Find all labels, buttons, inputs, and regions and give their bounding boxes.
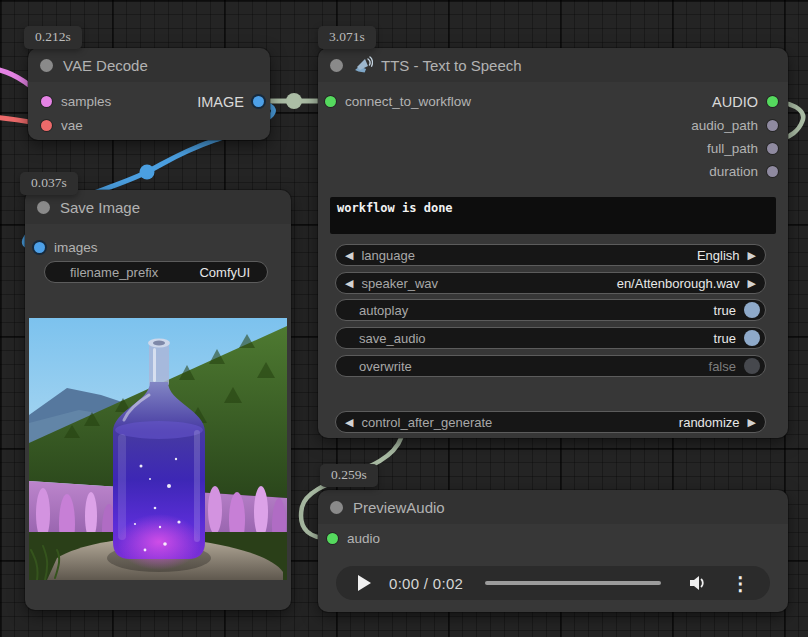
slot-label: duration — [709, 164, 758, 179]
widget-value: true — [714, 331, 736, 346]
toggle-off-icon[interactable] — [744, 358, 760, 374]
link-midpoint-dot[interactable] — [286, 93, 302, 109]
audio-time: 0:00 / 0:02 — [389, 575, 463, 592]
widget-label: speaker_wav — [361, 276, 600, 291]
volume-icon[interactable] — [687, 573, 707, 593]
input-slot-vae: vae — [28, 115, 270, 136]
slot-label: audio_path — [691, 118, 758, 133]
bottle-scene-image — [29, 318, 287, 580]
widget-autoplay[interactable]: autoplay true — [335, 299, 766, 321]
megaphone-icon — [353, 56, 373, 74]
chevron-right-icon[interactable]: ▶ — [748, 278, 756, 289]
node-vae-decode[interactable]: VAE Decode samples vae IMAGE — [28, 48, 270, 140]
audio-player: 0:00 / 0:02 ⋮ — [336, 566, 770, 600]
slot-label: full_path — [707, 141, 758, 156]
toggle-on-icon[interactable] — [744, 302, 760, 318]
node-title: Save Image — [60, 199, 140, 216]
slot-label: AUDIO — [712, 94, 758, 110]
node-title: PreviewAudio — [353, 499, 445, 516]
slot-dot-audio-path[interactable] — [767, 120, 778, 131]
widget-speaker-wav[interactable]: ◀ speaker_wav en/Attenborough.wav ▶ — [335, 272, 766, 294]
widget-value: true — [714, 303, 736, 318]
node-save-image[interactable]: Save Image images filename_prefix ComfyU… — [25, 190, 291, 610]
widget-label: control_after_generate — [361, 415, 662, 430]
slot-dot-images[interactable] — [34, 242, 45, 253]
output-slot-audio: AUDIO — [318, 91, 788, 112]
widget-value: randomize — [679, 415, 740, 430]
output-slot-image: IMAGE — [28, 91, 270, 112]
slot-label: images — [54, 240, 98, 255]
widget-label: autoplay — [359, 303, 698, 318]
slot-label: IMAGE — [197, 94, 244, 110]
timing-badge: 0.037s — [20, 172, 78, 195]
node-preview-audio[interactable]: PreviewAudio audio 0:00 / 0:02 ⋮ — [318, 490, 788, 612]
node-title: TTS - Text to Speech — [381, 57, 522, 74]
widget-label: save_audio — [359, 331, 698, 346]
widget-language[interactable]: ◀ language English ▶ — [335, 244, 766, 266]
input-slot-audio: audio — [318, 528, 788, 549]
slot-dot-audio[interactable] — [327, 533, 338, 544]
link-midpoint-dot[interactable] — [140, 165, 155, 180]
slot-dot-audio-out[interactable] — [767, 96, 778, 107]
chevron-left-icon[interactable]: ◀ — [345, 417, 353, 428]
node-tts[interactable]: TTS - Text to Speech connect_to_workflow… — [318, 48, 788, 438]
slot-dot-image[interactable] — [253, 96, 264, 107]
widget-label: overwrite — [359, 359, 693, 374]
slot-dot-vae[interactable] — [41, 120, 52, 131]
node-title: VAE Decode — [63, 57, 148, 74]
tts-text-area[interactable]: workflow is done — [330, 197, 776, 234]
chevron-right-icon[interactable]: ▶ — [748, 250, 756, 261]
collapse-dot-icon[interactable] — [40, 59, 53, 72]
widget-value: en/Attenborough.wav — [617, 276, 740, 291]
chevron-left-icon[interactable]: ◀ — [345, 278, 353, 289]
output-slot-full-path: full_path — [318, 138, 788, 159]
seek-bar[interactable] — [485, 581, 661, 585]
widget-overwrite[interactable]: overwrite false — [335, 355, 766, 377]
node-header[interactable]: Save Image — [25, 190, 291, 224]
timing-badge: 0.212s — [24, 26, 82, 49]
node-header[interactable]: TTS - Text to Speech — [318, 48, 788, 82]
collapse-dot-icon[interactable] — [330, 501, 343, 514]
slot-dot-full-path[interactable] — [767, 143, 778, 154]
output-slot-duration: duration — [318, 161, 788, 182]
comfyui-canvas[interactable]: { "colors": { "link_image": "#4b9fe0", "… — [0, 0, 808, 637]
widget-filename-prefix[interactable]: filename_prefix ComfyUI — [44, 261, 268, 283]
timing-badge: 0.259s — [320, 464, 378, 487]
widget-save-audio[interactable]: save_audio true — [335, 327, 766, 349]
chevron-left-icon[interactable]: ◀ — [345, 250, 353, 261]
node-header[interactable]: VAE Decode — [28, 48, 270, 82]
widget-label: filename_prefix — [70, 265, 183, 280]
toggle-on-icon[interactable] — [744, 330, 760, 346]
timing-badge: 3.071s — [318, 26, 376, 49]
widget-control-after-generate[interactable]: ◀ control_after_generate randomize ▶ — [335, 411, 766, 433]
chevron-right-icon[interactable]: ▶ — [748, 417, 756, 428]
collapse-dot-icon[interactable] — [330, 59, 343, 72]
widget-value: English — [697, 248, 740, 263]
widget-label: language — [361, 248, 680, 263]
kebab-menu-icon[interactable]: ⋮ — [731, 574, 750, 593]
node-header[interactable]: PreviewAudio — [318, 490, 788, 524]
widget-value: false — [709, 359, 736, 374]
slot-dot-duration[interactable] — [767, 166, 778, 177]
widget-value: ComfyUI — [199, 265, 250, 280]
play-icon[interactable] — [358, 575, 371, 591]
preview-image — [29, 318, 287, 580]
input-slot-images: images — [25, 237, 291, 258]
slot-label: audio — [347, 531, 380, 546]
slot-label: vae — [61, 118, 83, 133]
collapse-dot-icon[interactable] — [37, 201, 50, 214]
output-slot-audio-path: audio_path — [318, 115, 788, 136]
